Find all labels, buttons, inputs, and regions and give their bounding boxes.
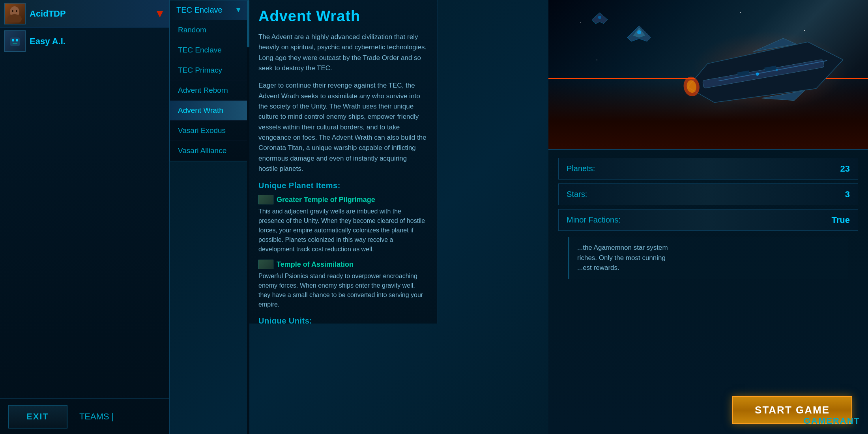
planet-item-1-name: Greater Temple of Pilgrimage xyxy=(258,195,428,204)
planets-stat-row: Planets: 23 xyxy=(558,158,858,180)
faction-dropdown-header[interactable]: TEC Enclave ▼ xyxy=(170,0,248,20)
scrollbar-thumb xyxy=(247,0,249,47)
planets-value: 23 xyxy=(840,164,850,174)
player-row-2: Easy A.I. xyxy=(0,28,169,55)
left-panel: AcidTDP ▼ Easy A.I. E xyxy=(0,0,170,434)
player-name-2: Easy A.I. xyxy=(30,36,165,47)
fighter-ship xyxy=(588,12,612,26)
player-row-1: AcidTDP ▼ xyxy=(0,0,169,28)
avatar-img-1 xyxy=(5,4,25,24)
planet-item-1-desc: This and adjacent gravity wells are imbu… xyxy=(258,207,428,254)
space-scene xyxy=(548,0,868,149)
main-container: AcidTDP ▼ Easy A.I. E xyxy=(0,0,868,434)
faction-title: Advent Wrath xyxy=(258,8,428,25)
star-3 xyxy=(740,12,741,13)
star-1 xyxy=(580,22,581,23)
faction-option-vasari-alliance[interactable]: Vasari Alliance xyxy=(170,141,248,161)
svg-point-23 xyxy=(598,16,601,19)
stars-stat-row: Stars: 3 xyxy=(558,183,858,205)
game-scene-image xyxy=(548,0,868,150)
faction-option-random[interactable]: Random xyxy=(170,20,248,40)
game-description-box: ...the Agamemnon star systemriches. Only… xyxy=(568,237,848,279)
avatar-1 xyxy=(4,3,26,24)
planet-item-2-name: Temple of Assimilation xyxy=(258,260,428,269)
faction-dropdown: TEC Enclave ▼ Random TEC Enclave TEC Pri… xyxy=(170,0,249,161)
avatar-2 xyxy=(4,30,26,52)
planet-item-1: Greater Temple of Pilgrimage This and ad… xyxy=(258,195,428,254)
temple-assimilation-icon xyxy=(258,260,273,269)
stars-value: 3 xyxy=(845,189,850,200)
player-name-1: AcidTDP xyxy=(30,9,151,19)
right-panel: ⚙ xyxy=(548,0,868,434)
minor-factions-value: True xyxy=(832,215,850,225)
exit-button[interactable]: EXIT xyxy=(8,405,67,428)
svg-point-2 xyxy=(12,10,13,12)
faction-dropdown-current: TEC Enclave xyxy=(176,6,223,15)
planets-label: Planets: xyxy=(567,164,595,173)
faction-option-advent-wrath[interactable]: Advent Wrath xyxy=(170,101,248,121)
svg-point-1 xyxy=(7,14,22,22)
faction-option-tec-enclave[interactable]: TEC Enclave xyxy=(170,40,248,60)
star-5 xyxy=(597,60,597,60)
unique-planet-items-header: Unique Planet Items: xyxy=(258,181,428,190)
svg-rect-4 xyxy=(10,37,20,46)
faction-option-tec-primacy[interactable]: TEC Primacy xyxy=(170,60,248,80)
svg-rect-6 xyxy=(16,39,18,41)
faction-option-advent-reborn[interactable]: Advent Reborn xyxy=(170,80,248,101)
teams-label: TEAMS | xyxy=(79,412,114,422)
svg-point-10 xyxy=(637,30,641,34)
svg-rect-5 xyxy=(12,39,14,41)
faction-dropdown-scrollbar[interactable] xyxy=(247,0,249,434)
dropdown-arrow-icon: ▼ xyxy=(235,6,242,14)
spaceship-small xyxy=(619,24,659,45)
game-description-text: ...the Agamemnon star systemriches. Only… xyxy=(577,243,840,273)
minor-factions-label: Minor Factions: xyxy=(567,215,621,224)
temple-pilgrimage-icon xyxy=(258,195,273,204)
faction-option-vasari-exodus[interactable]: Vasari Exodus xyxy=(170,121,248,141)
faction-description-1: The Advent are a highly advanced civiliz… xyxy=(258,32,428,73)
unique-units-header: Unique Units: xyxy=(258,316,428,324)
svg-point-3 xyxy=(16,10,17,12)
faction-description-2: Eager to continue their revenge against … xyxy=(258,80,428,174)
faction-arrow-1: ▼ xyxy=(154,7,165,20)
stats-panel: Planets: 23 Stars: 3 Minor Factions: Tru… xyxy=(548,150,868,293)
faction-info-panel: Advent Wrath The Advent are a highly adv… xyxy=(249,0,438,324)
minor-factions-stat-row: Minor Factions: True xyxy=(558,209,858,231)
avatar-img-2 xyxy=(5,31,25,51)
svg-rect-7 xyxy=(13,43,17,44)
gamerant-logo-rant: RANT xyxy=(833,416,860,426)
gamerant-logo-text: GAME xyxy=(804,416,833,426)
stars-label: Stars: xyxy=(567,190,587,199)
planet-item-2: Temple of Assimilation Powerful Psionics… xyxy=(258,260,428,309)
gamerant-logo: GAMERANT xyxy=(804,416,860,426)
planet-item-2-desc: Powerful Psionics stand ready to overpow… xyxy=(258,271,428,309)
